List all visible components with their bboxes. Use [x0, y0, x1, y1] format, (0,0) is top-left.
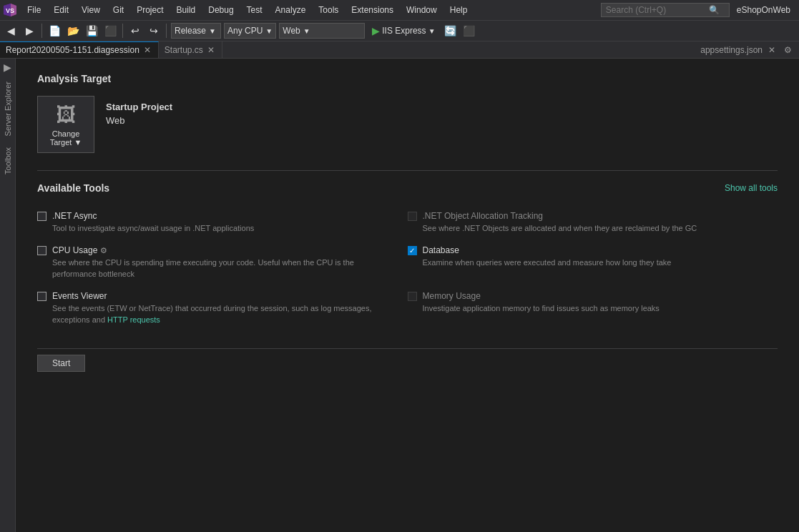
- tab-diagsession[interactable]: Report20200505-1151.diagsession ✕: [0, 41, 159, 58]
- tool-database-content: Database Examine when queries were execu…: [423, 245, 672, 268]
- menu-window[interactable]: Window: [401, 3, 443, 17]
- toolbar: ◀ ▶ 📄 📂 💾 ⬛ ↩ ↪ Release ▼ Any CPU ▼ Web …: [0, 20, 799, 41]
- tool-net-object-allocation: .NET Object Allocation Tracking See wher…: [408, 205, 778, 240]
- tool-net-object-allocation-checkbox[interactable]: [408, 212, 417, 221]
- tab-diagsession-label: Report20200505-1151.diagsession: [6, 45, 139, 55]
- tools-header: Available Tools Show all tools: [37, 182, 778, 194]
- save-all-button[interactable]: ⬛: [102, 23, 118, 39]
- menu-git[interactable]: Git: [107, 3, 129, 17]
- toolbar-sep-1: [41, 24, 42, 38]
- project-label: Web: [283, 26, 300, 36]
- restart-button[interactable]: 🔄: [443, 23, 459, 39]
- menu-build[interactable]: Build: [171, 3, 202, 17]
- appsettings-tab[interactable]: appsettings.json: [696, 45, 767, 55]
- run-dropdown-arrow: ▼: [428, 27, 436, 35]
- platform-dropdown[interactable]: Any CPU ▼: [224, 23, 276, 39]
- appsettings-close[interactable]: ✕: [767, 45, 777, 55]
- tab-startup-label: Startup.cs: [165, 45, 203, 55]
- tool-memory-usage-desc: Investigate application memory to find i…: [423, 303, 660, 314]
- app-logo: VS: [3, 3, 17, 17]
- content-area: Analysis Target 🖼 ChangeTarget ▼ Startup…: [16, 59, 799, 532]
- platform-label: Any CPU: [227, 26, 263, 36]
- sidebar-toolbox[interactable]: Toolbox: [0, 142, 15, 180]
- undo-button[interactable]: ↩: [127, 23, 143, 39]
- project-dropdown[interactable]: Web ▼: [279, 23, 365, 39]
- start-section: Start: [37, 348, 778, 372]
- tool-net-async-content: .NET Async Tool to investigate async/awa…: [52, 211, 254, 234]
- change-target-arrow: ▼: [74, 138, 82, 147]
- toolbar-sep-3: [166, 24, 167, 38]
- run-button[interactable]: ▶ IIS Express ▼: [368, 24, 439, 38]
- menu-edit[interactable]: Edit: [48, 3, 74, 17]
- target-info: Startup Project Web: [106, 96, 172, 126]
- tool-net-async-desc: Tool to investigate async/await usage in…: [52, 223, 254, 234]
- tool-events-viewer: Events Viewer See the events (ETW or Net…: [37, 285, 408, 331]
- platform-arrow: ▼: [265, 27, 273, 35]
- toolbar-sep-2: [122, 24, 123, 38]
- change-target-label: ChangeTarget ▼: [50, 129, 82, 147]
- tool-net-object-allocation-desc: See where .NET Objects are allocated and…: [423, 223, 697, 234]
- tool-cpu-usage: CPU Usage ⚙ See where the CPU is spendin…: [37, 240, 408, 285]
- tool-net-async: .NET Async Tool to investigate async/awa…: [37, 205, 408, 240]
- back-button[interactable]: ◀: [3, 23, 19, 39]
- tool-cpu-usage-name: CPU Usage ⚙: [52, 245, 393, 255]
- tool-net-async-name: .NET Async: [52, 211, 254, 221]
- run-label: IIS Express: [382, 26, 426, 36]
- start-button[interactable]: Start: [37, 355, 85, 372]
- menu-test[interactable]: Test: [241, 3, 268, 17]
- open-file-button[interactable]: 📂: [65, 23, 81, 39]
- forward-button[interactable]: ▶: [21, 23, 37, 39]
- settings-icon[interactable]: ⚙: [780, 45, 796, 55]
- tool-events-viewer-content: Events Viewer See the events (ETW or Net…: [52, 291, 393, 325]
- redo-button[interactable]: ↪: [146, 23, 162, 39]
- search-box[interactable]: 🔍: [601, 3, 730, 17]
- tool-cpu-usage-desc: See where the CPU is spending time execu…: [52, 257, 393, 280]
- tool-memory-usage-name: Memory Usage: [423, 291, 660, 301]
- configuration-dropdown[interactable]: Release ▼: [171, 23, 221, 39]
- tool-net-async-checkbox[interactable]: [37, 212, 46, 221]
- tab-right-area: appsettings.json ✕ ⚙: [693, 41, 799, 58]
- tool-cpu-usage-checkbox[interactable]: [37, 246, 46, 255]
- search-input[interactable]: [606, 5, 706, 15]
- http-requests-link[interactable]: HTTP requests: [107, 315, 160, 324]
- startup-project-value: Web: [106, 115, 172, 126]
- left-sidebar: ▶ Server Explorer Toolbox: [0, 59, 16, 532]
- tool-memory-usage-checkbox[interactable]: [408, 292, 417, 301]
- menu-help[interactable]: Help: [444, 3, 474, 17]
- tab-diagsession-close[interactable]: ✕: [142, 45, 152, 55]
- target-card: 🖼 ChangeTarget ▼ Startup Project Web: [37, 96, 778, 153]
- tool-events-viewer-desc: See the events (ETW or NetTrace) that oc…: [52, 303, 393, 325]
- available-tools-section: Available Tools Show all tools .NET Asyn…: [37, 182, 778, 331]
- analysis-target-section: Analysis Target 🖼 ChangeTarget ▼ Startup…: [37, 73, 778, 153]
- tool-database: Database Examine when queries were execu…: [408, 240, 778, 285]
- tool-events-viewer-checkbox[interactable]: [37, 292, 46, 301]
- configuration-arrow: ▼: [209, 27, 216, 35]
- save-button[interactable]: 💾: [84, 23, 99, 39]
- startup-project-title: Startup Project: [106, 102, 172, 112]
- project-dropdown-arrow: ▼: [303, 27, 310, 35]
- configuration-label: Release: [175, 26, 206, 36]
- tool-cpu-usage-content: CPU Usage ⚙ See where the CPU is spendin…: [52, 245, 393, 280]
- sidebar-expand[interactable]: ▶: [0, 59, 15, 76]
- tools-grid: .NET Async Tool to investigate async/awa…: [37, 205, 778, 331]
- tool-database-checkbox[interactable]: [408, 246, 417, 255]
- menu-extensions[interactable]: Extensions: [345, 3, 399, 17]
- tab-startup[interactable]: Startup.cs ✕: [159, 41, 222, 58]
- menu-tools[interactable]: Tools: [313, 3, 344, 17]
- menu-debug[interactable]: Debug: [202, 3, 239, 17]
- menu-analyze[interactable]: Analyze: [270, 3, 312, 17]
- user-label: eShopOnWeb: [731, 5, 796, 15]
- change-target-button[interactable]: 🖼 ChangeTarget ▼: [37, 96, 94, 153]
- new-file-button[interactable]: 📄: [46, 23, 62, 39]
- menu-file[interactable]: File: [21, 3, 46, 17]
- sidebar-server-explorer[interactable]: Server Explorer: [0, 76, 15, 142]
- target-image-icon: 🖼: [56, 103, 76, 127]
- show-all-tools-link[interactable]: Show all tools: [725, 183, 778, 193]
- tool-net-object-allocation-content: .NET Object Allocation Tracking See wher…: [423, 211, 697, 234]
- stop-button[interactable]: ⬛: [461, 23, 477, 39]
- menu-view[interactable]: View: [76, 3, 106, 17]
- tab-startup-close[interactable]: ✕: [206, 45, 216, 55]
- menu-project[interactable]: Project: [131, 3, 169, 17]
- available-tools-title: Available Tools: [37, 182, 109, 194]
- cpu-usage-gear-icon[interactable]: ⚙: [100, 246, 107, 255]
